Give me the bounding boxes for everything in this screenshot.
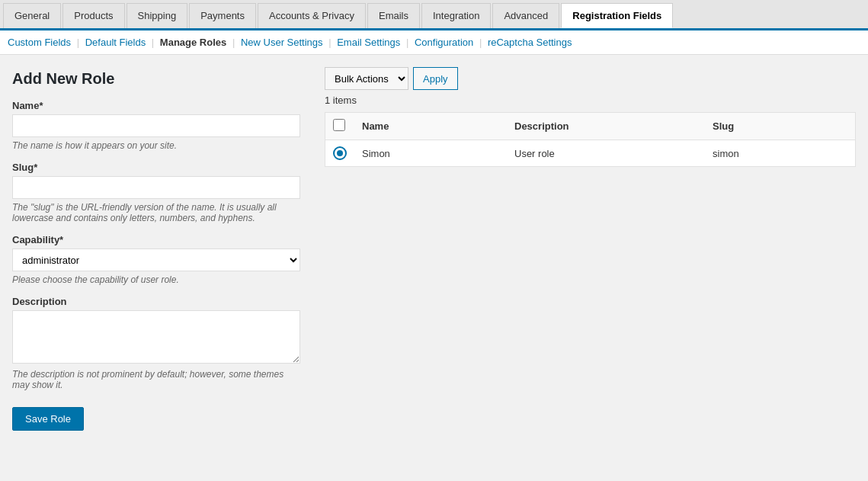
- name-hint: The name is how it appears on your site.: [12, 140, 300, 151]
- capability-group: Capability* administrator editor author …: [12, 234, 300, 285]
- table-header-row: Name Description Slug: [325, 113, 856, 140]
- slug-label: Slug*: [12, 162, 300, 173]
- table-header: Name Description Slug: [325, 113, 856, 140]
- subnav-email-settings[interactable]: Email Settings: [337, 37, 400, 48]
- row-radio-checked[interactable]: [333, 146, 347, 160]
- slug-group: Slug* The "slug" is the URL-friendly ver…: [12, 162, 300, 223]
- capability-hint: Please choose the capability of user rol…: [12, 274, 300, 285]
- subnav-configuration[interactable]: Configuration: [415, 37, 473, 48]
- description-group: Description The description is not promi…: [12, 296, 300, 390]
- description-textarea[interactable]: [12, 310, 300, 364]
- tab-emails[interactable]: Emails: [367, 3, 420, 28]
- tab-registration-fields[interactable]: Registration Fields: [561, 3, 673, 28]
- capability-label: Capability*: [12, 234, 300, 245]
- name-label: Name*: [12, 100, 300, 111]
- subnav-manage-roles-current: Manage Roles: [160, 37, 226, 48]
- tab-payments[interactable]: Payments: [189, 3, 256, 28]
- col-name: Name: [354, 113, 507, 140]
- description-hint: The description is not prominent by defa…: [12, 369, 300, 390]
- separator: |: [479, 37, 482, 48]
- row-slug: simon: [705, 140, 856, 167]
- tab-general[interactable]: General: [3, 3, 61, 28]
- add-role-panel: Add New Role Name* The name is how it ap…: [0, 55, 312, 446]
- subnav-custom-fields[interactable]: Custom Fields: [8, 37, 71, 48]
- col-slug: Slug: [705, 113, 856, 140]
- bulk-actions-bar: Bulk Actions Apply: [325, 67, 856, 90]
- top-tabs: General Products Shipping Payments Accou…: [0, 0, 868, 30]
- capability-select[interactable]: administrator editor author contributor …: [12, 249, 300, 271]
- slug-hint: The "slug" is the URL-friendly version o…: [12, 202, 300, 223]
- main-content: Add New Role Name* The name is how it ap…: [0, 55, 868, 446]
- separator: |: [328, 37, 331, 48]
- name-group: Name* The name is how it appears on your…: [12, 100, 300, 151]
- subnav-default-fields[interactable]: Default Fields: [85, 37, 146, 48]
- tab-integration[interactable]: Integration: [421, 3, 491, 28]
- apply-button[interactable]: Apply: [413, 67, 458, 90]
- subnav-new-user-settings[interactable]: New User Settings: [241, 37, 323, 48]
- table-body: Simon User role simon: [325, 140, 856, 167]
- separator: |: [152, 37, 154, 48]
- separator: |: [232, 37, 235, 48]
- description-label: Description: [12, 296, 300, 307]
- tab-advanced[interactable]: Advanced: [492, 3, 559, 28]
- row-name: Simon: [354, 140, 507, 167]
- subnav-recaptcha-settings[interactable]: reCaptcha Settings: [488, 37, 572, 48]
- row-checkbox-cell: [325, 140, 355, 167]
- sub-nav: Custom Fields | Default Fields | Manage …: [0, 30, 868, 55]
- separator: |: [406, 37, 408, 48]
- roles-table-panel: Bulk Actions Apply 1 items Name Descript…: [312, 55, 868, 446]
- table-row: Simon User role simon: [325, 140, 856, 167]
- row-description: User role: [507, 140, 705, 167]
- items-count: 1 items: [325, 95, 856, 106]
- slug-input[interactable]: [12, 176, 300, 199]
- separator: |: [77, 37, 79, 48]
- tab-shipping[interactable]: Shipping: [127, 3, 188, 28]
- roles-table: Name Description Slug Simon User role si…: [325, 112, 856, 167]
- tab-products[interactable]: Products: [62, 3, 124, 28]
- name-input[interactable]: [12, 114, 300, 137]
- bulk-actions-select[interactable]: Bulk Actions: [325, 67, 408, 90]
- select-all-checkbox[interactable]: [333, 119, 345, 131]
- col-checkbox: [325, 113, 355, 140]
- add-role-title: Add New Role: [12, 70, 300, 88]
- save-role-button[interactable]: Save Role: [12, 407, 84, 431]
- tab-accounts-privacy[interactable]: Accounts & Privacy: [258, 3, 366, 28]
- col-description: Description: [507, 113, 705, 140]
- radio-inner: [337, 150, 343, 156]
